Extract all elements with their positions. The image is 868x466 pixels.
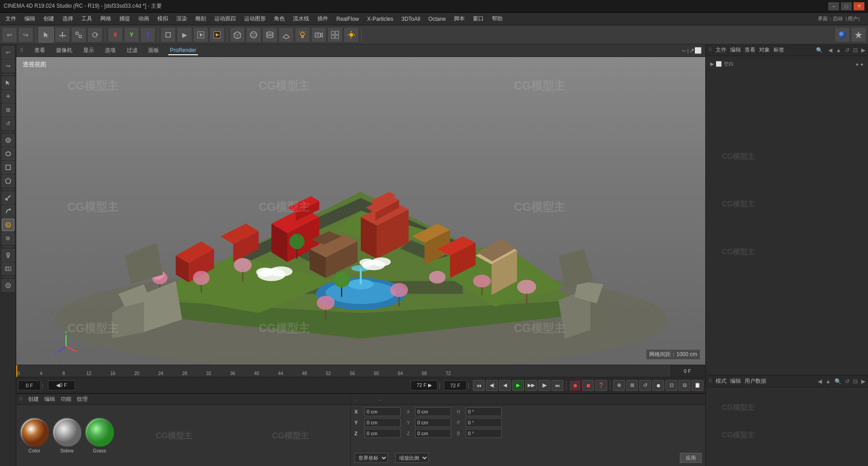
undo-button[interactable]: ↩ — [2, 27, 17, 43]
left-move-btn[interactable]: ✛ — [2, 90, 14, 103]
left-tool-btn-7[interactable] — [2, 161, 14, 174]
redo-button[interactable]: ↪ — [18, 27, 33, 43]
camera-button[interactable] — [311, 27, 326, 43]
menu-edit[interactable]: 编辑 — [21, 14, 39, 24]
menu-tools[interactable]: 工具 — [78, 14, 96, 24]
menu-3dtoall[interactable]: 3DToAll — [398, 15, 424, 23]
left-tool-btn-10[interactable] — [2, 205, 14, 218]
coord-p-rot[interactable] — [466, 418, 502, 427]
coord-y-size[interactable] — [415, 418, 451, 427]
menu-help[interactable]: 帮助 — [488, 14, 506, 24]
current-frame-input[interactable] — [18, 380, 41, 390]
star-icon-button[interactable] — [851, 27, 866, 43]
obj-menu-view[interactable]: 查看 — [745, 46, 755, 54]
obj-nav-right[interactable]: ▶ — [861, 47, 865, 53]
mat-menu-edit[interactable]: 编辑 — [44, 395, 55, 403]
x-axis-button[interactable]: X — [108, 27, 123, 43]
menu-mesh[interactable]: 网格 — [97, 14, 115, 24]
record-active-button[interactable]: ⏺ — [569, 380, 581, 391]
left-tool-btn-11[interactable]: S — [2, 219, 14, 231]
sphere-button[interactable] — [246, 27, 261, 43]
rotate-tool-button[interactable] — [87, 27, 103, 43]
obj-nav-left[interactable]: ◀ — [828, 47, 832, 53]
cube-button[interactable] — [230, 27, 245, 43]
next-keyframe-button[interactable]: |▶ — [538, 380, 550, 391]
minimize-button[interactable]: − — [828, 2, 839, 10]
cylinder-button[interactable] — [262, 27, 278, 43]
attr-menu-edit[interactable]: 编辑 — [730, 377, 741, 385]
attr-nav-options[interactable]: ⊡ — [853, 378, 858, 385]
menu-pipeline[interactable]: 流水线 — [289, 14, 313, 24]
menu-create[interactable]: 创建 — [40, 14, 58, 24]
left-tool-btn-6[interactable] — [2, 147, 14, 160]
menu-file[interactable]: 文件 — [2, 14, 20, 24]
total-frames-input[interactable] — [444, 380, 467, 390]
coord-x-size[interactable] — [415, 407, 451, 416]
render-button[interactable] — [209, 27, 225, 43]
left-select-btn[interactable] — [2, 76, 14, 89]
move-key-button[interactable]: ⊕ — [613, 380, 625, 391]
menu-plugins[interactable]: 插件 — [314, 14, 332, 24]
param-button[interactable]: ⏺ — [652, 380, 664, 391]
attr-menu-userdata[interactable]: 用户数据 — [745, 377, 766, 385]
timeline-view-button[interactable]: 📋 — [692, 380, 703, 391]
menu-animation[interactable]: 动画 — [135, 14, 153, 24]
snap-key-button[interactable]: ⊟ — [679, 380, 690, 391]
menu-character[interactable]: 角色 — [270, 14, 288, 24]
world-coords-select[interactable]: 世界坐标 — [354, 453, 388, 463]
object-mode-button[interactable] — [160, 27, 176, 43]
left-scale-btn[interactable]: ⊞ — [2, 104, 14, 116]
coord-y-pos[interactable] — [364, 418, 401, 427]
left-redo-button[interactable]: ↪ — [2, 60, 14, 72]
render-region-button[interactable]: ▶ — [177, 27, 192, 43]
mat-menu-create[interactable]: 创建 — [28, 395, 39, 403]
menu-mograph[interactable]: 运动图形 — [241, 14, 269, 24]
attr-nav-up[interactable]: ▲ — [826, 378, 831, 385]
prev-keyframe-button[interactable]: ◀| — [486, 380, 498, 391]
goto-end-button[interactable]: ⏭ — [552, 380, 563, 391]
apply-button[interactable]: 应用 — [680, 453, 702, 463]
scale-tool-button[interactable] — [71, 27, 86, 43]
next-frame-button[interactable]: ▶▶ — [525, 380, 537, 391]
viewport-tab-camera[interactable]: 摄像机 — [54, 46, 74, 55]
left-tool-btn-13[interactable] — [2, 249, 14, 262]
obj-menu-tags[interactable]: 标签 — [774, 46, 784, 54]
viewport-tab-view[interactable]: 查看 — [33, 46, 47, 55]
mat-menu-texture[interactable]: 纹理 — [77, 395, 88, 403]
render-view-button[interactable] — [193, 27, 208, 43]
viewport-canvas[interactable]: 透视视图 — [16, 57, 705, 365]
viewport-tab-filter[interactable]: 过滤 — [125, 46, 139, 55]
attr-nav-refresh[interactable]: ↺ — [845, 378, 849, 385]
grid-view-button[interactable] — [327, 27, 343, 43]
obj-nav-up[interactable]: ▲ — [836, 47, 841, 53]
mat-menu-func[interactable]: 功能 — [61, 395, 71, 403]
record-button[interactable]: ⏹ — [582, 380, 594, 391]
timeline-playhead[interactable] — [16, 365, 17, 377]
attr-nav-right[interactable]: ▶ — [861, 378, 865, 385]
menu-sculpt[interactable]: 雕刻 — [192, 14, 210, 24]
y-axis-button[interactable]: Y — [124, 27, 139, 43]
coord-b-rot[interactable] — [466, 429, 502, 438]
play-button[interactable]: ▶ — [512, 380, 524, 391]
obj-search-icon[interactable]: 🔍 — [816, 47, 823, 53]
obj-nav-options[interactable]: ⊡ — [853, 47, 858, 53]
coord-z-pos[interactable] — [364, 429, 401, 438]
light-button[interactable] — [295, 27, 310, 43]
rotate-key-button[interactable]: ↺ — [639, 380, 651, 391]
viewport-tab-panel[interactable]: 面板 — [146, 46, 161, 55]
obj-menu-file[interactable]: 文件 — [716, 46, 726, 54]
menu-xparticles[interactable]: X-Particles — [363, 15, 397, 23]
menu-script[interactable]: 脚本 — [450, 14, 468, 24]
left-tool-btn-12[interactable]: ⚙ — [2, 232, 14, 245]
viewport-tab-options[interactable]: 选项 — [103, 46, 118, 55]
menu-render[interactable]: 渲染 — [173, 14, 191, 24]
attr-nav-search[interactable]: 🔍 — [835, 378, 841, 385]
left-tool-btn-5[interactable] — [2, 134, 14, 147]
material-item-color[interactable]: Color — [20, 418, 49, 453]
menu-simulate[interactable]: 模拟 — [154, 14, 172, 24]
coord-x-pos[interactable] — [364, 407, 401, 416]
start-frame-input[interactable] — [48, 380, 75, 390]
menu-window[interactable]: 窗口 — [469, 14, 487, 24]
material-item-grass[interactable]: Grass — [85, 418, 114, 453]
left-tool-btn-14[interactable] — [2, 262, 14, 275]
